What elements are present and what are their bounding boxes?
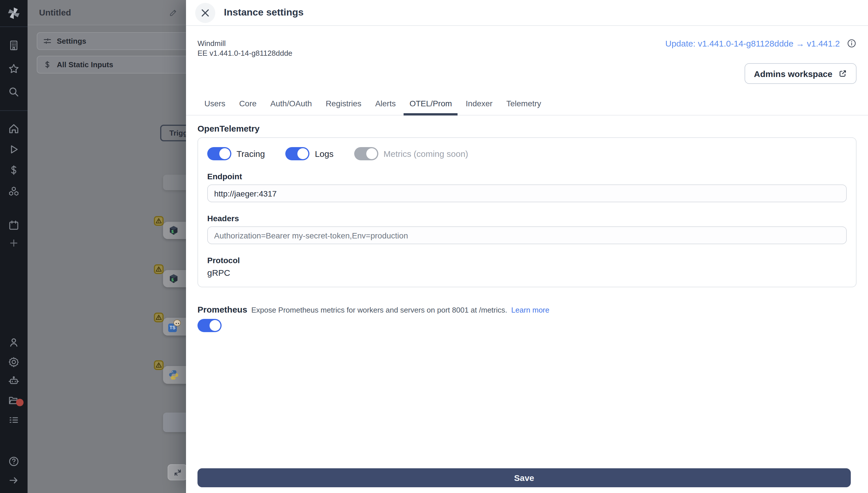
logs-toggle[interactable]: Logs xyxy=(285,147,334,160)
prometheus-switch[interactable] xyxy=(198,319,222,332)
admins-workspace-label: Admins workspace xyxy=(754,69,832,79)
flow-topbar: Untitled xyxy=(27,0,186,25)
expand-arrow-icon[interactable] xyxy=(8,475,20,486)
flow-settings-label: Settings xyxy=(57,37,86,45)
edit-pencil-icon[interactable] xyxy=(169,8,178,17)
protocol-label: Protocol xyxy=(207,256,847,265)
drawer-header: Instance settings xyxy=(186,0,868,26)
dollar-icon xyxy=(43,60,52,69)
warning-badge xyxy=(154,360,164,370)
app-window: Untitled Settings All Static Inputs Trig… xyxy=(0,0,868,493)
tab-registries[interactable]: Registries xyxy=(319,93,369,115)
svg-text:$_: $_ xyxy=(172,277,176,282)
headers-label: Headers xyxy=(207,214,847,223)
python-icon xyxy=(168,369,179,380)
warning-triangle-icon xyxy=(156,266,162,272)
prometheus-description: Expose Prometheus metrics for workers an… xyxy=(251,306,507,314)
flow-node-bash[interactable]: $_ xyxy=(163,222,186,239)
tracing-label: Tracing xyxy=(236,149,265,158)
calendar-icon[interactable] xyxy=(8,219,20,231)
cubes-icon[interactable] xyxy=(8,186,20,197)
prometheus-row: Prometheus Expose Prometheus metrics for… xyxy=(198,304,856,314)
edition-version: EE v1.441.0-14-g81128ddde xyxy=(198,48,293,58)
update-area: Update: v1.441.0-14-g81128ddde → v1.441.… xyxy=(665,39,856,48)
info-icon[interactable] xyxy=(847,39,856,48)
dollar-icon[interactable] xyxy=(8,164,20,176)
flow-input-node[interactable] xyxy=(163,175,186,190)
flow-node-python[interactable] xyxy=(163,366,186,384)
metrics-switch xyxy=(354,147,378,160)
search-icon[interactable] xyxy=(8,86,20,98)
triggers-node[interactable]: Trigg xyxy=(160,125,186,141)
admins-workspace-row: Admins workspace xyxy=(198,63,856,84)
flow-editor-background: Untitled Settings All Static Inputs Trig… xyxy=(27,0,186,493)
warning-triangle-icon xyxy=(156,362,162,368)
sidebar-divider xyxy=(0,110,27,111)
otel-toggle-row: Tracing Logs Metrics (coming soon) xyxy=(207,147,847,160)
tab-users[interactable]: Users xyxy=(198,93,232,115)
app-sidebar xyxy=(0,0,27,493)
plus-icon[interactable] xyxy=(8,237,20,249)
protocol-value: gRPC xyxy=(207,268,847,278)
metrics-toggle: Metrics (coming soon) xyxy=(354,147,468,160)
prometheus-heading: Prometheus xyxy=(198,304,247,314)
tracing-switch[interactable] xyxy=(207,147,231,160)
save-button[interactable]: Save xyxy=(198,468,851,487)
windmill-logo-icon xyxy=(6,6,21,21)
collapse-arrows-icon xyxy=(174,469,181,476)
instance-settings-drawer: Instance settings Windmill EE v1.441.0-1… xyxy=(186,0,868,493)
building-icon[interactable] xyxy=(8,40,20,51)
metrics-label: Metrics (coming soon) xyxy=(384,149,468,158)
tab-alerts[interactable]: Alerts xyxy=(368,93,403,115)
version-row: Windmill EE v1.441.0-14-g81128ddde Updat… xyxy=(198,26,856,58)
svg-text:$_: $_ xyxy=(172,229,176,234)
home-icon[interactable] xyxy=(8,123,20,134)
runs-list-icon[interactable] xyxy=(8,414,20,426)
warning-triangle-icon xyxy=(156,314,162,321)
logs-label: Logs xyxy=(315,149,334,158)
flow-node-typescript[interactable]: TS xyxy=(163,318,186,336)
sliders-icon xyxy=(43,37,52,45)
windmill-logo[interactable] xyxy=(0,0,27,27)
help-icon[interactable] xyxy=(8,456,20,467)
flow-node-placeholder[interactable] xyxy=(163,412,186,432)
admins-workspace-button[interactable]: Admins workspace xyxy=(745,63,856,84)
endpoint-input[interactable] xyxy=(207,185,847,202)
tab-indexer[interactable]: Indexer xyxy=(459,93,499,115)
warning-badge xyxy=(154,216,164,226)
warning-triangle-icon xyxy=(156,218,162,224)
warning-badge xyxy=(154,264,164,274)
tab-otel-prom[interactable]: OTEL/Prom xyxy=(403,93,459,115)
drawer-title: Instance settings xyxy=(224,7,304,18)
collapse-panel-button[interactable] xyxy=(168,464,186,480)
tab-auth-oauth[interactable]: Auth/OAuth xyxy=(264,93,319,115)
tab-telemetry[interactable]: Telemetry xyxy=(499,93,548,115)
flow-settings-button[interactable]: Settings xyxy=(37,32,186,50)
learn-more-link[interactable]: Learn more xyxy=(511,306,549,314)
bash-script-icon: $_ xyxy=(168,225,179,236)
endpoint-label: Endpoint xyxy=(207,172,847,181)
close-button[interactable] xyxy=(195,3,215,23)
update-link[interactable]: Update: v1.441.0-14-g81128ddde → v1.441.… xyxy=(665,39,840,48)
flow-title: Untitled xyxy=(39,7,71,17)
tracing-toggle[interactable]: Tracing xyxy=(207,147,265,160)
logs-switch[interactable] xyxy=(285,147,310,160)
all-static-inputs-button[interactable]: All Static Inputs xyxy=(37,56,186,73)
otel-heading: OpenTelemetry xyxy=(198,124,856,133)
typescript-bun-icon: TS xyxy=(168,320,181,333)
user-icon[interactable] xyxy=(8,337,20,348)
warning-badge xyxy=(154,313,164,322)
external-link-icon xyxy=(838,69,847,78)
triggers-node-label: Trigg xyxy=(169,129,186,137)
otel-settings-box: Tracing Logs Metrics (coming soon) Endpo… xyxy=(198,137,856,287)
settings-tabs: Users Core Auth/OAuth Registries Alerts … xyxy=(186,93,868,115)
gear-icon[interactable] xyxy=(8,356,20,368)
star-icon[interactable] xyxy=(8,63,20,75)
tab-core[interactable]: Core xyxy=(232,93,264,115)
headers-input[interactable] xyxy=(207,227,847,244)
close-icon xyxy=(201,8,209,17)
flow-node-bash[interactable]: $_ xyxy=(163,270,186,287)
play-icon[interactable] xyxy=(8,144,20,155)
robot-icon[interactable] xyxy=(8,375,20,387)
all-static-inputs-label: All Static Inputs xyxy=(57,60,113,69)
